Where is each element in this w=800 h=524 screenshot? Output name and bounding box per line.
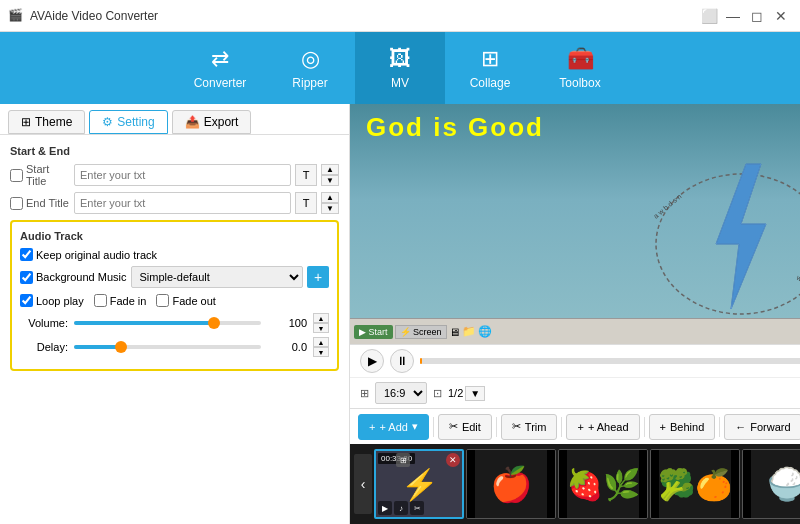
stop-btn[interactable]: ⏸ xyxy=(390,349,414,373)
window-controls: ⬜ — ◻ ✕ xyxy=(698,5,792,27)
add-music-btn[interactable]: + xyxy=(307,266,329,288)
panel-tabs: ⊞ Theme ⚙ Setting 📤 Export xyxy=(0,104,349,135)
tab-setting[interactable]: ⚙ Setting xyxy=(89,110,167,134)
film-thumb-5[interactable]: 🍚 xyxy=(742,449,800,519)
bottom-toolbar: + + Add ▾ ✂ Edit ✂ Trim + + Ahead + xyxy=(350,408,800,444)
preview-image-area: God is Good a w b d s n w n n e s e ▶ St… xyxy=(350,104,800,344)
nav-ripper[interactable]: ◎ Ripper xyxy=(265,32,355,104)
ahead-icon: + xyxy=(577,421,583,433)
loop-play-checkbox[interactable] xyxy=(20,294,33,307)
nav-toolbox-label: Toolbox xyxy=(559,76,600,90)
nav-ripper-label: Ripper xyxy=(292,76,327,90)
keep-original-label[interactable]: Keep original audio track xyxy=(20,248,157,261)
ahead-label: + Ahead xyxy=(588,421,629,433)
start-title-input[interactable] xyxy=(74,164,291,186)
thumb-emoji-4: 🥦🍊 xyxy=(658,467,732,502)
thumb-play-icon: ▶ xyxy=(378,501,392,515)
film-thumb-1[interactable]: 00:33:80 ✕ ⊞ ⚡ ▶ ♪ ✂ xyxy=(374,449,464,519)
nav-collage[interactable]: ⊞ Collage xyxy=(445,32,535,104)
tab-setting-label: Setting xyxy=(117,115,154,129)
start-title-checkbox[interactable] xyxy=(10,169,23,182)
thumb-icons-1: ▶ ♪ ✂ xyxy=(378,501,424,515)
fade-in-checkbox[interactable] xyxy=(94,294,107,307)
tab-export[interactable]: 📤 Export xyxy=(172,110,252,134)
volume-up[interactable]: ▲ xyxy=(313,313,329,323)
film-thumb-3[interactable]: 🍓🌿 xyxy=(558,449,648,519)
delay-down[interactable]: ▼ xyxy=(313,347,329,357)
delay-slider-thumb xyxy=(115,341,127,353)
keep-original-checkbox[interactable] xyxy=(20,248,33,261)
delay-row: Delay: 0.0 ▲ ▼ xyxy=(20,337,329,357)
start-title-down[interactable]: ▼ xyxy=(321,175,339,186)
end-title-up[interactable]: ▲ xyxy=(321,192,339,203)
progress-fill xyxy=(420,358,422,364)
fade-out-label[interactable]: Fade out xyxy=(156,294,215,307)
progress-bar[interactable] xyxy=(420,358,800,364)
volume-down[interactable]: ▼ xyxy=(313,323,329,333)
bg-music-checkbox[interactable] xyxy=(20,271,33,284)
add-icon: + xyxy=(369,421,375,433)
loop-play-label[interactable]: Loop play xyxy=(20,294,84,307)
fit-icon: ⊞ xyxy=(360,387,369,400)
film-thumb-2[interactable]: 🍎 xyxy=(466,449,556,519)
export-tab-icon: 📤 xyxy=(185,115,200,129)
tab-theme[interactable]: ⊞ Theme xyxy=(8,110,85,134)
page-nav: 1/2 ▼ xyxy=(448,386,485,401)
end-title-input[interactable] xyxy=(74,192,291,214)
behind-label: Behind xyxy=(670,421,704,433)
loop-play-text: Loop play xyxy=(36,295,84,307)
maximize-btn[interactable]: ◻ xyxy=(746,5,768,27)
volume-slider-track[interactable] xyxy=(74,321,261,325)
ahead-button[interactable]: + + Ahead xyxy=(566,414,639,440)
end-title-down[interactable]: ▼ xyxy=(321,203,339,214)
start-button: ▶ Start xyxy=(354,325,393,339)
thumb-close-1[interactable]: ✕ xyxy=(446,453,460,467)
bg-music-row: Background Music Simple-default + xyxy=(20,266,329,288)
forward-icon: ← xyxy=(735,421,746,433)
end-title-text: End Title xyxy=(26,197,69,209)
add-dropdown-icon: ▾ xyxy=(412,420,418,433)
start-title-label: Start Title xyxy=(10,163,70,187)
thumb-emoji-5: 🍚 xyxy=(767,465,800,503)
end-title-spinners: ▲ ▼ xyxy=(321,192,339,214)
nav-toolbox[interactable]: 🧰 Toolbox xyxy=(535,32,625,104)
volume-slider-fill xyxy=(74,321,214,325)
chat-btn[interactable]: ⬜ xyxy=(698,5,720,27)
start-title-font-btn[interactable]: T xyxy=(295,164,317,186)
start-end-title: Start & End xyxy=(10,145,339,157)
nav-mv[interactable]: 🖼 MV xyxy=(355,32,445,104)
strip-left-2 xyxy=(467,450,475,518)
edit-button[interactable]: ✂ Edit xyxy=(438,414,492,440)
title-bar: 🎬 AVAide Video Converter ⬜ — ◻ ✕ xyxy=(0,0,800,32)
film-thumb-4[interactable]: 🥦🍊 xyxy=(650,449,740,519)
bg-music-select[interactable]: Simple-default xyxy=(131,266,304,288)
page-dropdown[interactable]: ▼ xyxy=(465,386,485,401)
fade-in-label[interactable]: Fade in xyxy=(94,294,147,307)
behind-button[interactable]: + Behind xyxy=(649,414,716,440)
trim-button[interactable]: ✂ Trim xyxy=(501,414,558,440)
panel-body: Start & End Start Title T ▲ ▼ End Title xyxy=(0,135,349,524)
filmstrip-prev[interactable]: ‹ xyxy=(354,454,372,514)
nav-collage-label: Collage xyxy=(470,76,511,90)
delay-up[interactable]: ▲ xyxy=(313,337,329,347)
app-icon: 🎬 xyxy=(8,8,24,24)
fade-out-checkbox[interactable] xyxy=(156,294,169,307)
end-title-font-btn[interactable]: T xyxy=(295,192,317,214)
bg-music-label[interactable]: Background Music xyxy=(20,271,127,284)
mv-icon: 🖼 xyxy=(389,46,411,72)
play-btn[interactable]: ▶ xyxy=(360,349,384,373)
add-button[interactable]: + + Add ▾ xyxy=(358,414,429,440)
end-title-checkbox[interactable] xyxy=(10,197,23,210)
thumb-expand-1[interactable]: ⊞ xyxy=(396,453,410,467)
start-title-up[interactable]: ▲ xyxy=(321,164,339,175)
sep4 xyxy=(644,417,645,437)
close-btn[interactable]: ✕ xyxy=(770,5,792,27)
player-row2: ⊞ 16:9 ⊡ 1/2 ▼ Export xyxy=(350,377,800,408)
forward-button[interactable]: ← Forward xyxy=(724,414,800,440)
delay-value: 0.0 xyxy=(267,341,307,353)
strip-left-3 xyxy=(559,450,567,518)
ratio-select[interactable]: 16:9 xyxy=(375,382,427,404)
nav-converter[interactable]: ⇄ Converter xyxy=(175,32,265,104)
minimize-btn[interactable]: — xyxy=(722,5,744,27)
delay-slider-track[interactable] xyxy=(74,345,261,349)
